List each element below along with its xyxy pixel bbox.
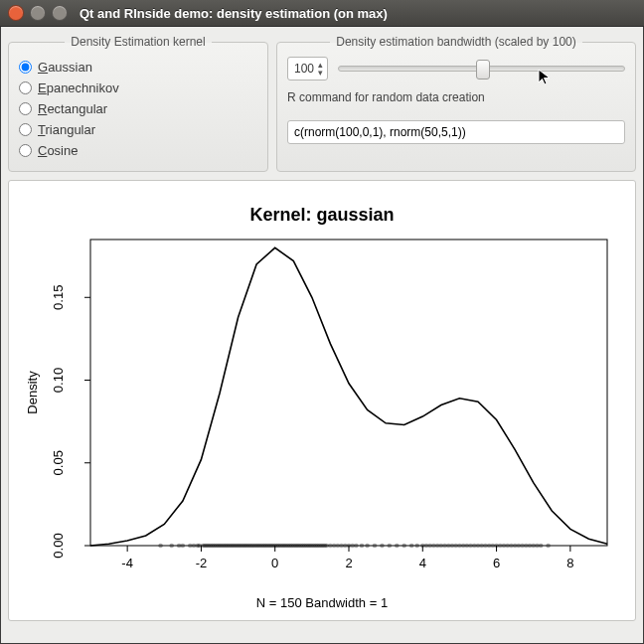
svg-point-150 <box>546 544 551 549</box>
kernel-radio-input[interactable] <box>19 61 32 74</box>
svg-point-113 <box>395 544 400 549</box>
svg-point-116 <box>414 544 419 549</box>
kernel-radio-label: Triangular <box>38 122 95 137</box>
kernel-radio-label: Epanechnikov <box>38 80 119 95</box>
close-icon[interactable] <box>8 5 24 21</box>
svg-text:4: 4 <box>419 556 426 570</box>
plot-title: Kernel: gaussian <box>13 205 631 226</box>
svg-point-149 <box>539 544 544 549</box>
kernel-radio-epanechnikov[interactable]: Epanechnikov <box>19 78 257 98</box>
minimize-icon[interactable] <box>30 5 46 21</box>
svg-point-107 <box>354 544 359 549</box>
svg-point-108 <box>360 544 365 549</box>
svg-point-112 <box>388 544 393 549</box>
kernel-groupbox: Density Estimation kernel GaussianEpanec… <box>8 35 268 172</box>
plot-caption: N = 150 Bandwidth = 1 <box>13 595 631 610</box>
bandwidth-spinner[interactable]: 100 ▴▾ <box>287 57 328 80</box>
kernel-radio-gaussian[interactable]: Gaussian <box>19 57 257 78</box>
svg-text:0: 0 <box>271 556 278 570</box>
kernel-radio-label: Rectangular <box>38 101 107 116</box>
titlebar: Qt and RInside demo: density estimation … <box>0 0 644 27</box>
window-title: Qt and RInside demo: density estimation … <box>80 6 388 21</box>
svg-text:0.00: 0.00 <box>51 533 66 558</box>
bandwidth-group-legend: Density estimation bandwidth (scaled by … <box>330 35 581 49</box>
kernel-radio-input[interactable] <box>19 123 32 136</box>
svg-rect-0 <box>90 240 607 546</box>
svg-text:2: 2 <box>345 556 352 570</box>
svg-point-111 <box>380 544 385 549</box>
density-chart-svg: 0.000.050.100.15Density-4-202468 <box>19 234 625 591</box>
svg-point-110 <box>373 544 378 549</box>
kernel-radio-label: Cosine <box>38 143 78 158</box>
svg-text:6: 6 <box>493 556 500 570</box>
svg-text:-4: -4 <box>121 556 133 570</box>
kernel-radio-rectangular[interactable]: Rectangular <box>19 98 257 119</box>
kernel-radio-input[interactable] <box>19 102 32 115</box>
maximize-icon[interactable] <box>52 5 68 21</box>
rcmd-label: R command for random data creation <box>287 90 625 104</box>
svg-point-109 <box>365 544 370 549</box>
svg-point-115 <box>409 544 414 549</box>
bandwidth-groupbox: Density estimation bandwidth (scaled by … <box>276 35 636 172</box>
kernel-radio-triangular[interactable]: Triangular <box>19 119 257 140</box>
kernel-group-legend: Density Estimation kernel <box>65 35 211 49</box>
svg-point-114 <box>402 544 406 549</box>
svg-text:0.10: 0.10 <box>51 368 66 393</box>
svg-text:Density: Density <box>25 371 40 414</box>
kernel-radio-label: Gaussian <box>38 60 92 75</box>
svg-point-27 <box>181 544 186 549</box>
spinner-arrows-icon[interactable]: ▴▾ <box>318 61 323 77</box>
svg-text:8: 8 <box>566 556 573 570</box>
kernel-radio-input[interactable] <box>19 81 32 94</box>
bandwidth-spinner-value: 100 <box>294 62 314 76</box>
svg-point-25 <box>169 544 174 549</box>
kernel-radio-cosine[interactable]: Cosine <box>19 140 257 161</box>
svg-point-24 <box>158 544 163 549</box>
svg-text:-2: -2 <box>196 556 208 570</box>
kernel-radio-input[interactable] <box>19 144 32 157</box>
density-plot: Kernel: gaussian 0.000.050.100.15Density… <box>8 180 636 621</box>
rcmd-input[interactable] <box>287 120 625 144</box>
svg-text:0.15: 0.15 <box>51 285 66 310</box>
bandwidth-slider[interactable] <box>338 58 625 80</box>
svg-text:0.05: 0.05 <box>51 450 66 475</box>
